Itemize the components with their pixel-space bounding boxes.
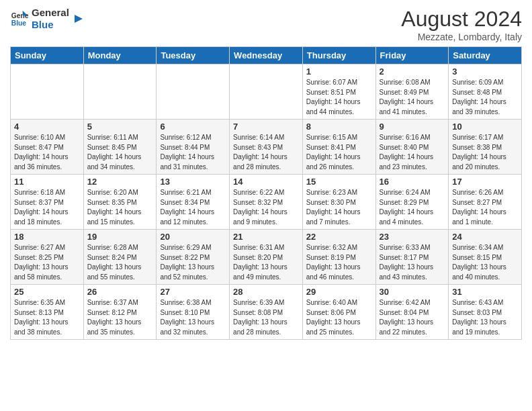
calendar-cell xyxy=(157,64,230,120)
day-number: 25 xyxy=(14,287,80,297)
day-info: Sunrise: 6:24 AM Sunset: 8:29 PM Dayligh… xyxy=(380,188,445,227)
day-info: Sunrise: 6:32 AM Sunset: 8:19 PM Dayligh… xyxy=(306,243,372,282)
calendar-table: Sunday Monday Tuesday Wednesday Thursday… xyxy=(10,46,522,340)
day-number: 12 xyxy=(87,177,153,187)
calendar-cell: 20Sunrise: 6:29 AM Sunset: 8:22 PM Dayli… xyxy=(157,230,230,285)
col-tuesday: Tuesday xyxy=(157,47,230,64)
calendar-cell xyxy=(83,64,157,120)
day-number: 27 xyxy=(160,287,226,297)
svg-marker-3 xyxy=(75,15,83,23)
day-info: Sunrise: 6:08 AM Sunset: 8:49 PM Dayligh… xyxy=(380,78,445,117)
col-friday: Friday xyxy=(375,47,449,64)
day-info: Sunrise: 6:12 AM Sunset: 8:44 PM Dayligh… xyxy=(160,133,226,172)
day-info: Sunrise: 6:17 AM Sunset: 8:38 PM Dayligh… xyxy=(452,133,518,172)
day-number: 31 xyxy=(452,287,518,297)
calendar-cell: 8Sunrise: 6:15 AM Sunset: 8:41 PM Daylig… xyxy=(302,120,375,175)
day-number: 10 xyxy=(452,122,518,132)
day-info: Sunrise: 6:43 AM Sunset: 8:03 PM Dayligh… xyxy=(452,298,518,337)
calendar-cell: 29Sunrise: 6:40 AM Sunset: 8:06 PM Dayli… xyxy=(302,285,375,340)
logo-arrow-icon xyxy=(72,12,85,26)
calendar-week-row-0: 1Sunrise: 6:07 AM Sunset: 8:51 PM Daylig… xyxy=(11,64,522,120)
day-number: 13 xyxy=(160,177,226,187)
calendar-cell: 10Sunrise: 6:17 AM Sunset: 8:38 PM Dayli… xyxy=(449,120,522,175)
day-number: 5 xyxy=(87,122,153,132)
calendar-cell: 23Sunrise: 6:33 AM Sunset: 8:17 PM Dayli… xyxy=(375,230,449,285)
day-number: 4 xyxy=(14,122,80,132)
day-info: Sunrise: 6:07 AM Sunset: 8:51 PM Dayligh… xyxy=(306,78,372,117)
logo-text: General xyxy=(32,7,69,19)
day-info: Sunrise: 6:29 AM Sunset: 8:22 PM Dayligh… xyxy=(160,243,226,282)
calendar-cell: 14Sunrise: 6:22 AM Sunset: 8:32 PM Dayli… xyxy=(230,175,303,230)
calendar-cell: 5Sunrise: 6:11 AM Sunset: 8:45 PM Daylig… xyxy=(83,120,157,175)
day-number: 9 xyxy=(380,122,445,132)
day-info: Sunrise: 6:33 AM Sunset: 8:17 PM Dayligh… xyxy=(380,243,445,282)
day-number: 11 xyxy=(14,177,80,187)
day-info: Sunrise: 6:11 AM Sunset: 8:45 PM Dayligh… xyxy=(87,133,153,172)
calendar-cell xyxy=(11,64,84,120)
calendar-cell: 4Sunrise: 6:10 AM Sunset: 8:47 PM Daylig… xyxy=(11,120,84,175)
calendar-cell: 25Sunrise: 6:35 AM Sunset: 8:13 PM Dayli… xyxy=(11,285,84,340)
calendar-cell: 15Sunrise: 6:23 AM Sunset: 8:30 PM Dayli… xyxy=(302,175,375,230)
month-year-title: August 2024 xyxy=(401,7,522,32)
calendar-cell: 17Sunrise: 6:26 AM Sunset: 8:27 PM Dayli… xyxy=(449,175,522,230)
day-number: 8 xyxy=(306,122,372,132)
day-number: 6 xyxy=(160,122,226,132)
day-number: 24 xyxy=(452,232,518,242)
day-info: Sunrise: 6:14 AM Sunset: 8:43 PM Dayligh… xyxy=(233,133,299,172)
calendar-cell: 2Sunrise: 6:08 AM Sunset: 8:49 PM Daylig… xyxy=(375,64,449,120)
day-info: Sunrise: 6:21 AM Sunset: 8:34 PM Dayligh… xyxy=(160,188,226,227)
day-info: Sunrise: 6:20 AM Sunset: 8:35 PM Dayligh… xyxy=(87,188,153,227)
calendar-cell: 9Sunrise: 6:16 AM Sunset: 8:40 PM Daylig… xyxy=(375,120,449,175)
calendar-cell: 18Sunrise: 6:27 AM Sunset: 8:25 PM Dayli… xyxy=(11,230,84,285)
col-saturday: Saturday xyxy=(449,47,522,64)
day-number: 22 xyxy=(306,232,372,242)
day-info: Sunrise: 6:35 AM Sunset: 8:13 PM Dayligh… xyxy=(14,298,80,337)
calendar-week-row-2: 11Sunrise: 6:18 AM Sunset: 8:37 PM Dayli… xyxy=(11,175,522,230)
day-number: 3 xyxy=(452,66,518,77)
day-number: 26 xyxy=(87,287,153,297)
calendar-cell: 3Sunrise: 6:09 AM Sunset: 8:48 PM Daylig… xyxy=(449,64,522,120)
day-number: 7 xyxy=(233,122,299,132)
location-subtitle: Mezzate, Lombardy, Italy xyxy=(401,32,522,42)
col-wednesday: Wednesday xyxy=(230,47,303,64)
calendar-cell: 16Sunrise: 6:24 AM Sunset: 8:29 PM Dayli… xyxy=(375,175,449,230)
page: General Blue General Blue August 2024 Me… xyxy=(0,0,532,411)
calendar-cell: 1Sunrise: 6:07 AM Sunset: 8:51 PM Daylig… xyxy=(302,64,375,120)
day-info: Sunrise: 6:23 AM Sunset: 8:30 PM Dayligh… xyxy=(306,188,372,227)
calendar-header-row: Sunday Monday Tuesday Wednesday Thursday… xyxy=(11,47,522,64)
day-info: Sunrise: 6:15 AM Sunset: 8:41 PM Dayligh… xyxy=(306,133,372,172)
day-info: Sunrise: 6:39 AM Sunset: 8:08 PM Dayligh… xyxy=(233,298,299,337)
day-info: Sunrise: 6:18 AM Sunset: 8:37 PM Dayligh… xyxy=(14,188,80,227)
day-info: Sunrise: 6:27 AM Sunset: 8:25 PM Dayligh… xyxy=(14,243,80,282)
calendar-cell: 27Sunrise: 6:38 AM Sunset: 8:10 PM Dayli… xyxy=(157,285,230,340)
day-number: 23 xyxy=(380,232,445,242)
title-section: August 2024 Mezzate, Lombardy, Italy xyxy=(401,7,522,42)
calendar-cell: 12Sunrise: 6:20 AM Sunset: 8:35 PM Dayli… xyxy=(83,175,157,230)
col-sunday: Sunday xyxy=(11,47,84,64)
day-number: 2 xyxy=(380,66,445,77)
day-info: Sunrise: 6:26 AM Sunset: 8:27 PM Dayligh… xyxy=(452,188,518,227)
day-number: 29 xyxy=(306,287,372,297)
col-monday: Monday xyxy=(83,47,157,64)
calendar-cell: 26Sunrise: 6:37 AM Sunset: 8:12 PM Dayli… xyxy=(83,285,157,340)
day-number: 17 xyxy=(452,177,518,187)
day-info: Sunrise: 6:31 AM Sunset: 8:20 PM Dayligh… xyxy=(233,243,299,282)
day-info: Sunrise: 6:10 AM Sunset: 8:47 PM Dayligh… xyxy=(14,133,80,172)
calendar-cell: 13Sunrise: 6:21 AM Sunset: 8:34 PM Dayli… xyxy=(157,175,230,230)
calendar-cell: 28Sunrise: 6:39 AM Sunset: 8:08 PM Dayli… xyxy=(230,285,303,340)
day-number: 30 xyxy=(380,287,445,297)
calendar-cell: 31Sunrise: 6:43 AM Sunset: 8:03 PM Dayli… xyxy=(449,285,522,340)
day-info: Sunrise: 6:09 AM Sunset: 8:48 PM Dayligh… xyxy=(452,78,518,117)
calendar-week-row-3: 18Sunrise: 6:27 AM Sunset: 8:25 PM Dayli… xyxy=(11,230,522,285)
day-info: Sunrise: 6:22 AM Sunset: 8:32 PM Dayligh… xyxy=(233,188,299,227)
calendar-cell: 6Sunrise: 6:12 AM Sunset: 8:44 PM Daylig… xyxy=(157,120,230,175)
day-number: 20 xyxy=(160,232,226,242)
day-number: 14 xyxy=(233,177,299,187)
day-info: Sunrise: 6:16 AM Sunset: 8:40 PM Dayligh… xyxy=(380,133,445,172)
day-info: Sunrise: 6:34 AM Sunset: 8:15 PM Dayligh… xyxy=(452,243,518,282)
calendar-cell: 11Sunrise: 6:18 AM Sunset: 8:37 PM Dayli… xyxy=(11,175,84,230)
col-thursday: Thursday xyxy=(302,47,375,64)
day-number: 21 xyxy=(233,232,299,242)
svg-text:Blue: Blue xyxy=(11,19,27,27)
calendar-week-row-4: 25Sunrise: 6:35 AM Sunset: 8:13 PM Dayli… xyxy=(11,285,522,340)
